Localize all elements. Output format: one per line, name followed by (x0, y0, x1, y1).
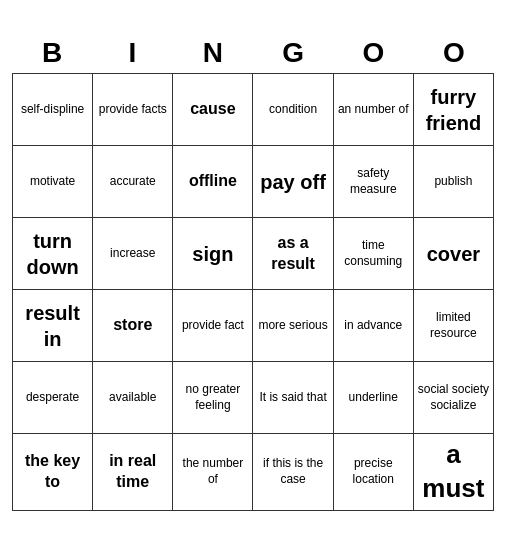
bingo-cell-27: It is said that (253, 362, 333, 434)
bingo-cell-9: pay off (253, 146, 333, 218)
bingo-cell-15: as a result (253, 218, 333, 290)
cell-text-26: no greater feeling (176, 382, 249, 413)
cell-text-33: if this is the case (256, 456, 329, 487)
bingo-cell-20: provide fact (173, 290, 253, 362)
bingo-cell-31: in real time (93, 434, 173, 511)
cell-text-23: limited resource (417, 310, 490, 341)
cell-text-18: result in (16, 300, 89, 352)
cell-text-9: pay off (260, 169, 326, 195)
cell-text-34: precise location (337, 456, 410, 487)
header-letter-o-5: O (414, 33, 494, 73)
bingo-cell-6: motivate (13, 146, 93, 218)
cell-text-20: provide fact (182, 318, 244, 334)
bingo-cell-0: self-displine (13, 74, 93, 146)
cell-text-17: cover (427, 241, 480, 267)
bingo-cell-24: desperate (13, 362, 93, 434)
bingo-cell-30: the key to (13, 434, 93, 511)
cell-text-12: turn down (16, 228, 89, 280)
cell-text-31: in real time (96, 451, 169, 493)
cell-text-32: the number of (176, 456, 249, 487)
bingo-cell-29: social society socialize (414, 362, 494, 434)
bingo-cell-26: no greater feeling (173, 362, 253, 434)
cell-text-14: sign (192, 241, 233, 267)
header-letter-g-3: G (253, 33, 333, 73)
bingo-cell-32: the number of (173, 434, 253, 511)
bingo-cell-1: provide facts (93, 74, 173, 146)
cell-text-7: accurate (110, 174, 156, 190)
bingo-cell-11: publish (414, 146, 494, 218)
cell-text-6: motivate (30, 174, 75, 190)
cell-text-24: desperate (26, 390, 79, 406)
bingo-cell-13: increase (93, 218, 173, 290)
cell-text-13: increase (110, 246, 155, 262)
cell-text-16: time consuming (337, 238, 410, 269)
bingo-cell-23: limited resource (414, 290, 494, 362)
bingo-cell-2: cause (173, 74, 253, 146)
cell-text-15: as a result (256, 233, 329, 275)
bingo-cell-35: a must (414, 434, 494, 511)
header-letter-i-1: I (92, 33, 172, 73)
cell-text-30: the key to (16, 451, 89, 493)
bingo-cell-21: more serious (253, 290, 333, 362)
cell-text-5: furry friend (417, 84, 490, 136)
bingo-cell-18: result in (13, 290, 93, 362)
bingo-cell-7: accurate (93, 146, 173, 218)
bingo-cell-10: safety measure (334, 146, 414, 218)
cell-text-35: a must (417, 438, 490, 506)
bingo-cell-34: precise location (334, 434, 414, 511)
bingo-cell-17: cover (414, 218, 494, 290)
cell-text-2: cause (190, 99, 235, 120)
cell-text-0: self-displine (21, 102, 84, 118)
header-letter-b-0: B (12, 33, 92, 73)
cell-text-22: in advance (344, 318, 402, 334)
cell-text-25: available (109, 390, 156, 406)
cell-text-21: more serious (258, 318, 327, 334)
header-letter-o-4: O (333, 33, 413, 73)
cell-text-10: safety measure (337, 166, 410, 197)
bingo-cell-3: condition (253, 74, 333, 146)
bingo-cell-19: store (93, 290, 173, 362)
bingo-cell-22: in advance (334, 290, 414, 362)
bingo-cell-12: turn down (13, 218, 93, 290)
cell-text-11: publish (434, 174, 472, 190)
cell-text-27: It is said that (259, 390, 326, 406)
cell-text-4: an number of (338, 102, 409, 118)
bingo-grid: self-displineprovide factscausecondition… (12, 73, 494, 511)
cell-text-19: store (113, 315, 152, 336)
bingo-cell-14: sign (173, 218, 253, 290)
bingo-cell-16: time consuming (334, 218, 414, 290)
bingo-cell-28: underline (334, 362, 414, 434)
bingo-cell-4: an number of (334, 74, 414, 146)
cell-text-3: condition (269, 102, 317, 118)
cell-text-29: social society socialize (417, 382, 490, 413)
bingo-cell-33: if this is the case (253, 434, 333, 511)
cell-text-8: offline (189, 171, 237, 192)
bingo-cell-25: available (93, 362, 173, 434)
bingo-card: BINGOO self-displineprovide factscauseco… (8, 29, 498, 515)
cell-text-28: underline (349, 390, 398, 406)
bingo-header: BINGOO (12, 33, 494, 73)
bingo-cell-8: offline (173, 146, 253, 218)
header-letter-n-2: N (173, 33, 253, 73)
cell-text-1: provide facts (99, 102, 167, 118)
bingo-cell-5: furry friend (414, 74, 494, 146)
